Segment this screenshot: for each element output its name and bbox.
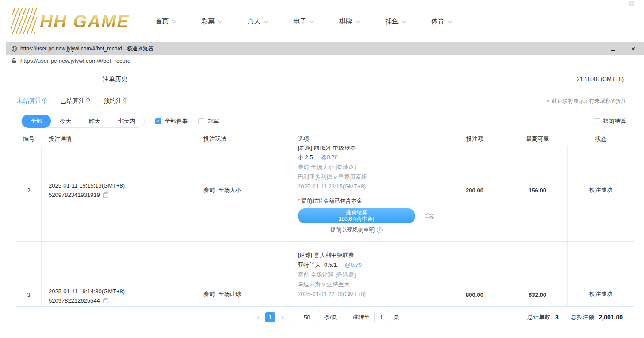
tab-settled[interactable]: 已结算注单 [60, 97, 91, 105]
option-block: [足球] 西班牙 甲级联赛 小 2.5 @0.78 赛前 全场大小 [香港盘] … [298, 146, 442, 240]
cell-play: 赛前 全场让球 [196, 242, 290, 306]
page-unit-label: 页 [394, 313, 399, 321]
site-logo[interactable]: HH GAME [12, 8, 130, 34]
checkbox-label: 提前结算 [603, 117, 626, 125]
checkbox-unchecked-icon: ✓ [198, 118, 204, 124]
cell-detail: 2025-01-11 19:14:30(GMT+8) 5209782212625… [42, 242, 196, 306]
status-badge: 投注成功 [590, 186, 613, 194]
nav-item-fishing[interactable]: 捕鱼 [385, 17, 406, 26]
chevron-down-icon [172, 18, 176, 23]
info-icon: i [377, 227, 383, 233]
window-controls: × [589, 45, 639, 52]
per-page-input[interactable] [294, 311, 320, 323]
champion-checkbox[interactable]: ✓ 冠军 [198, 117, 219, 125]
pagination: ‹ 1 › 条/页 跳转至 页 总计单数: 3 总投注额: 2 [16, 307, 634, 328]
option-block: [足球] 意大利甲级联赛 亚特兰大 -0.5/1 @0.79 赛前 全场让球 [… [298, 242, 442, 305]
minimize-button[interactable] [589, 45, 596, 52]
header-detail: 投注详情 [42, 135, 196, 143]
bet-id: 5209782212625544 [49, 297, 100, 304]
option-league: [足球] 西班牙 甲级联赛 [298, 146, 442, 153]
total-amount-value: 2,001.00 [599, 314, 623, 321]
next-page-button[interactable]: › [279, 313, 286, 322]
bet-time: 2025-01-11 19:14:30(GMT+8) [49, 288, 196, 295]
all-events-checkbox[interactable]: ✓ 全部赛事 [155, 117, 188, 125]
page-number-active[interactable]: 1 [265, 312, 275, 322]
jump-page-input[interactable] [374, 311, 389, 323]
table-row: 3 2025-01-11 19:14:30(GMT+8) 52097822126… [16, 242, 634, 307]
nav-item-live[interactable]: 真人 [247, 17, 268, 26]
option-pick-line: 亚特兰大 -0.5/1 @0.79 [298, 260, 442, 270]
header-no: 编号 [16, 135, 42, 143]
nav-item-home[interactable]: 首页 [155, 17, 176, 26]
nav-item-label: 体育 [431, 17, 445, 26]
filter-pill-all[interactable]: 全部 [22, 115, 51, 128]
page-title: 注单历史 [103, 75, 127, 83]
browser-address-bar[interactable]: https://user-pc-new.jylywl.com/#/bet_rec… [6, 55, 644, 67]
header-amount: 投注额 [442, 135, 507, 143]
close-button[interactable]: × [630, 45, 637, 52]
option-match: 乌迪内斯 v 亚特兰大 [298, 280, 442, 289]
pager-controls: ‹ 1 › 条/页 跳转至 页 [255, 311, 399, 323]
nav-item-sports[interactable]: 体育 [431, 17, 452, 26]
nav-item-label: 彩票 [201, 17, 215, 26]
nav-item-cards[interactable]: 棋牌 [339, 17, 360, 26]
play-type: 赛前 全场让球 [203, 290, 290, 298]
option-match-time: 2025-01-11 22:00(GMT+8) [298, 289, 442, 299]
option-pick: 亚特兰大 -0.5/1 [298, 261, 337, 268]
tab-reserved[interactable]: 预约注单 [104, 97, 128, 105]
max-win: 156.00 [529, 187, 546, 194]
cell-no: 2 [16, 146, 42, 241]
date-filter-group: 全部 今天 昨天 七天内 [21, 115, 145, 128]
filter-pill-yesterday[interactable]: 昨天 [80, 115, 109, 127]
max-win: 632.00 [529, 292, 546, 298]
checkbox-unchecked-icon: ✓ [594, 118, 600, 124]
cashout-button-title: 提前结算 [346, 209, 367, 216]
cashout-rule-link[interactable]: 提前兑现规则申明 i [298, 227, 415, 234]
bet-id-row: 5209782341931919 [49, 192, 196, 198]
filter-pill-today[interactable]: 今天 [51, 115, 80, 127]
nav-item-label: 捕鱼 [385, 17, 399, 26]
checkbox-label: 冠军 [207, 117, 219, 125]
header-play: 投注玩法 [196, 135, 290, 143]
cashout-settings-icon[interactable] [424, 212, 435, 220]
chevron-down-icon [402, 18, 406, 23]
option-match-time: 2025-01-11 23:15(GMT+8) [298, 182, 442, 192]
maximize-button[interactable] [610, 45, 617, 52]
tab-unsettled[interactable]: 未结算注单 [17, 97, 48, 105]
total-count-label: 总计单数: [527, 313, 552, 321]
logo-text: HH GAME [40, 12, 130, 31]
option-market: 赛前 全场大小 [香港盘] [298, 162, 442, 172]
copy-icon[interactable] [103, 298, 108, 303]
globe-icon [12, 46, 17, 52]
cashout-button-amount: 180.67(含本金) [339, 216, 375, 223]
chevron-down-icon [448, 18, 452, 23]
copy-icon[interactable] [103, 192, 108, 198]
cashout-row: 提前结算 180.67(含本金) [298, 208, 442, 223]
nav-item-slots[interactable]: 电子 [293, 17, 314, 26]
cell-detail: 2025-01-11 19:15:13(GMT+8) 5209782341931… [42, 146, 196, 241]
header-maxwin: 最高可赢 [507, 135, 568, 143]
total-amount-label: 总投注额: [571, 313, 596, 321]
per-page-unit: 条/页 [324, 313, 337, 321]
nav-item-label: 首页 [155, 17, 169, 26]
early-settle-checkbox[interactable]: ✓ 提前结算 [594, 117, 626, 125]
prev-page-button[interactable]: ‹ [255, 313, 262, 322]
option-market: 赛前 全场让球 [香港盘] [298, 270, 442, 280]
chevron-down-icon [264, 18, 268, 23]
bet-time: 2025-01-11 19:15:13(GMT+8) [49, 182, 196, 189]
cashout-button[interactable]: 提前结算 180.67(含本金) [298, 208, 415, 223]
browser-title-bar[interactable]: https://user-pc-new.jylywl.com/#/bet_rec… [6, 42, 644, 55]
table-row: 2 2025-01-11 19:15:13(GMT+8) 52097823419… [16, 146, 634, 242]
filter-pill-7days[interactable]: 七天内 [109, 115, 144, 127]
header-status: 状态 [568, 135, 634, 143]
bet-table: 编号 投注详情 投注玩法 选项 投注额 最高可赢 状态 2 2 [16, 131, 634, 328]
table-body: 2 2025-01-11 19:15:13(GMT+8) 52097823419… [16, 146, 634, 307]
server-clock: 21:18:48 (GMT+8) [576, 76, 624, 82]
nav-item-lottery[interactable]: 彩票 [201, 17, 222, 26]
bet-amount: 200.00 [466, 187, 483, 194]
lock-icon [12, 58, 16, 64]
cell-option: [足球] 西班牙 甲级联赛 小 2.5 @0.78 赛前 全场大小 [香港盘] … [290, 146, 442, 241]
main-nav: 首页 彩票 真人 电子 棋牌 捕鱼 [155, 17, 452, 26]
cell-amount: 800.00 [442, 242, 507, 306]
tabs-row: 未结算注单 已结算注单 预约注单 此记录将显示所有未派彩的投注 [6, 91, 644, 111]
